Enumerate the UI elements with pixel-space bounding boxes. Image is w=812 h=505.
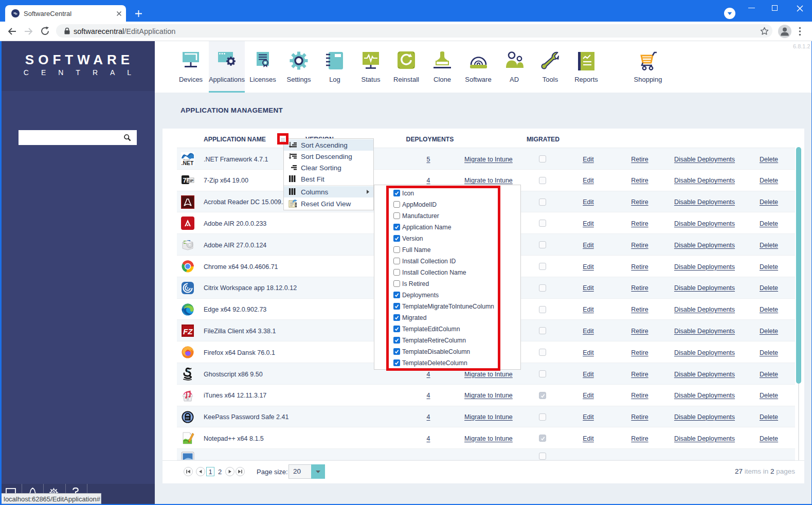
svg-text:FZ: FZ xyxy=(183,327,193,336)
svg-text:ZIP: ZIP xyxy=(188,178,194,183)
svg-text:.NET: .NET xyxy=(182,160,194,166)
svg-text:7: 7 xyxy=(183,176,187,184)
